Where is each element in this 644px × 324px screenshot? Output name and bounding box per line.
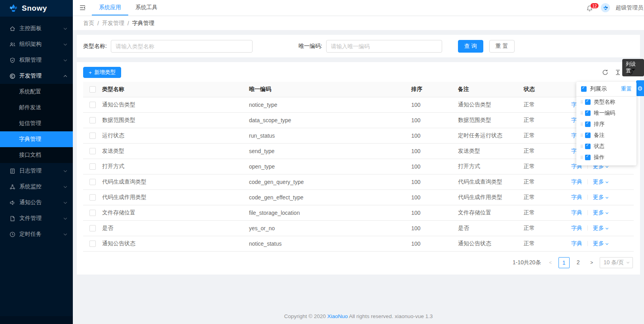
prev-page-button[interactable]: < — [546, 260, 555, 265]
sidebar-item-development[interactable]: 开发管理 — [0, 68, 73, 84]
row-checkbox[interactable] — [89, 148, 96, 154]
row-checkbox[interactable] — [89, 133, 96, 139]
reset-button[interactable]: 重 置 — [489, 40, 515, 53]
drag-handle-icon[interactable]: ⠿ — [580, 144, 583, 149]
cell-type-name: 代码生成作用类型 — [99, 189, 246, 205]
more-link[interactable]: 更多 — [593, 240, 608, 246]
dict-link[interactable]: 字典 — [571, 209, 582, 216]
dict-link[interactable]: 字典 — [571, 178, 582, 185]
refresh-icon[interactable] — [602, 69, 608, 76]
drag-handle-icon[interactable]: ⠿ — [580, 122, 583, 127]
tab-system-tools[interactable]: 系统工具 — [128, 0, 165, 15]
sidebar-item-dict-manage[interactable]: 字典管理 — [0, 131, 73, 147]
footer-brand-link[interactable]: XiaoNuo — [327, 313, 348, 319]
pagination-total: 1-10共20条 — [513, 259, 541, 266]
page-size-select[interactable]: 10 条/页 — [600, 257, 633, 268]
column-checkbox[interactable] — [585, 121, 591, 127]
sidebar: Snowy 主控面板 组织架构 权限管理 开发管理 系统配置 邮件发送 短信管理… — [0, 0, 73, 324]
show-all-columns-checkbox[interactable] — [581, 86, 587, 92]
column-settings-reset-link[interactable]: 重置 — [621, 85, 632, 93]
sidebar-item-api-doc[interactable]: 接口文档 — [0, 147, 73, 163]
row-checkbox[interactable] — [89, 163, 96, 170]
col-header-code: 唯一编码 — [246, 82, 408, 97]
cell-unique-code: code_gen_effect_type — [246, 189, 408, 205]
dict-link[interactable]: 字典 — [571, 194, 582, 200]
column-checkbox[interactable] — [585, 110, 591, 116]
column-settings-item: ⠿ 状态 — [576, 141, 636, 152]
sidebar-item-timer[interactable]: 定时任务 — [0, 226, 73, 242]
sidebar-item-system-config[interactable]: 系统配置 — [0, 84, 73, 100]
row-checkbox[interactable] — [89, 210, 96, 216]
table-row: 是否 yes_or_no 100 是否 正常 字典 更多 — [83, 220, 634, 236]
dict-link[interactable]: 字典 — [571, 225, 582, 231]
dict-link[interactable]: 字典 — [571, 240, 582, 246]
row-checkbox[interactable] — [89, 225, 96, 231]
cell-status: 正常 — [521, 236, 568, 251]
sidebar-item-dashboard[interactable]: 主控面板 — [0, 21, 73, 36]
tab-system-app[interactable]: 系统应用 — [92, 0, 128, 15]
breadcrumb-dev[interactable]: 开发管理 — [102, 20, 124, 27]
column-checkbox[interactable] — [585, 133, 591, 138]
action-divider — [587, 179, 588, 184]
menu-fold-icon[interactable] — [73, 0, 92, 15]
column-height-icon[interactable] — [614, 69, 621, 76]
app-tabs: 系统应用 系统工具 — [92, 0, 165, 15]
cell-unique-code: code_gen_query_type — [246, 174, 408, 189]
more-link[interactable]: 更多 — [593, 194, 608, 200]
avatar[interactable] — [601, 3, 610, 12]
sidebar-item-file[interactable]: 文件管理 — [0, 210, 73, 226]
drag-handle-icon[interactable]: ⠿ — [580, 100, 583, 104]
type-name-input[interactable] — [111, 40, 253, 53]
chevron-up-icon — [64, 75, 67, 78]
more-link[interactable]: 更多 — [593, 225, 608, 231]
cell-actions: 字典 更多 — [568, 220, 634, 236]
more-link[interactable]: 更多 — [593, 209, 608, 216]
col-header-remark: 备注 — [455, 82, 521, 97]
row-checkbox[interactable] — [89, 194, 96, 201]
username[interactable]: 超级管理员 — [616, 4, 643, 11]
cell-sort: 100 — [408, 205, 455, 220]
sidebar-item-mail-send[interactable]: 邮件发送 — [0, 100, 73, 116]
theme-drawer-button[interactable]: ⚙ — [636, 80, 644, 96]
cell-sort: 100 — [408, 236, 455, 251]
next-page-button[interactable]: > — [587, 260, 597, 265]
sidebar-item-monitor[interactable]: 系统监控 — [0, 179, 73, 195]
monitor-nodes-icon — [9, 184, 15, 190]
row-checkbox[interactable] — [89, 179, 96, 185]
drag-handle-icon[interactable]: ⠿ — [580, 133, 583, 138]
sidebar-item-log[interactable]: 日志管理 — [0, 163, 73, 179]
sidebar-menu: 主控面板 组织架构 权限管理 开发管理 系统配置 邮件发送 短信管理 字典管理 … — [0, 17, 73, 242]
plus-icon: + — [89, 70, 92, 76]
column-checkbox[interactable] — [585, 155, 591, 160]
row-checkbox[interactable] — [89, 241, 96, 247]
notification-bell[interactable]: 12 — [586, 4, 595, 12]
add-type-button[interactable]: +新增类型 — [83, 67, 121, 78]
chevron-down-icon — [64, 42, 67, 45]
logo[interactable]: Snowy — [0, 0, 73, 17]
query-button[interactable]: 查 询 — [458, 40, 483, 53]
drag-handle-icon[interactable]: ⠿ — [580, 111, 583, 116]
action-divider — [587, 225, 588, 231]
breadcrumb-home[interactable]: 首页 — [83, 20, 94, 27]
sidebar-item-organization[interactable]: 组织架构 — [0, 36, 73, 52]
drag-handle-icon[interactable]: ⠿ — [580, 155, 583, 160]
cell-remark: 打开方式 — [455, 159, 521, 174]
column-checkbox[interactable] — [585, 99, 591, 105]
unique-code-input[interactable] — [326, 40, 442, 53]
row-checkbox[interactable] — [89, 117, 96, 123]
row-checkbox[interactable] — [89, 102, 96, 108]
more-link[interactable]: 更多 — [593, 178, 608, 185]
column-checkbox[interactable] — [585, 144, 591, 149]
cell-remark: 代码生成作用类型 — [455, 189, 521, 205]
cell-status: 正常 — [521, 159, 568, 174]
cell-remark: 通知公告状态 — [455, 236, 521, 251]
select-all-checkbox[interactable] — [89, 86, 96, 93]
page-2-button[interactable]: 2 — [573, 257, 584, 268]
chevron-down-icon — [64, 216, 67, 219]
cell-unique-code: data_scope_type — [246, 112, 408, 128]
sidebar-item-permission[interactable]: 权限管理 — [0, 52, 73, 68]
sidebar-item-sms-manage[interactable]: 短信管理 — [0, 116, 73, 131]
tooltip-arrow — [631, 69, 635, 73]
sidebar-item-notice[interactable]: 通知公告 — [0, 195, 73, 210]
page-1-button[interactable]: 1 — [559, 257, 570, 268]
